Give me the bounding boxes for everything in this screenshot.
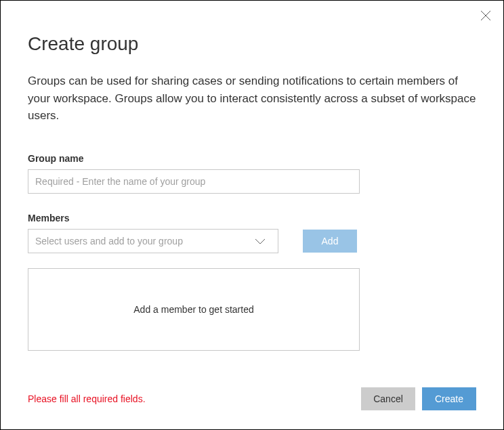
- group-name-label: Group name: [28, 153, 476, 164]
- members-row: Select users and add to your group Add: [28, 229, 476, 253]
- chevron-down-icon: [253, 234, 267, 248]
- group-name-section: Group name: [28, 153, 476, 194]
- members-label: Members: [28, 213, 476, 223]
- footer-buttons: Cancel Create: [361, 387, 476, 410]
- dialog-footer: Please fill all required fields. Cancel …: [28, 387, 476, 410]
- close-icon: [480, 12, 491, 23]
- create-group-dialog: Create group Groups can be used for shar…: [1, 1, 503, 429]
- cancel-button[interactable]: Cancel: [361, 387, 415, 410]
- dialog-title: Create group: [28, 33, 476, 55]
- add-member-button[interactable]: Add: [303, 230, 357, 253]
- members-list: Add a member to get started: [28, 268, 360, 351]
- members-section: Members Select users and add to your gro…: [28, 213, 476, 253]
- create-button[interactable]: Create: [422, 387, 476, 410]
- group-name-input[interactable]: [28, 169, 360, 194]
- close-button[interactable]: [480, 10, 491, 21]
- members-empty-message: Add a member to get started: [133, 304, 253, 315]
- members-select-placeholder: Select users and add to your group: [35, 236, 183, 246]
- error-message: Please fill all required fields.: [28, 393, 146, 404]
- members-select[interactable]: Select users and add to your group: [28, 229, 278, 253]
- dialog-description: Groups can be used for sharing cases or …: [28, 72, 476, 125]
